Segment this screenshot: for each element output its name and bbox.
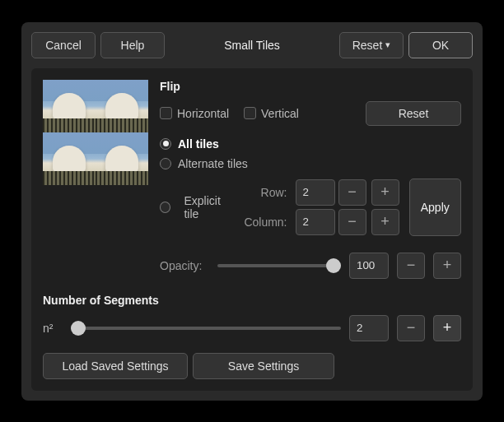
horizontal-label: Horizontal xyxy=(177,107,229,120)
column-input[interactable] xyxy=(296,209,335,235)
flip-reset-button[interactable]: Reset xyxy=(366,101,461,126)
flip-label: Flip xyxy=(160,80,461,93)
column-decrement-button[interactable]: − xyxy=(338,209,366,235)
preview-tile xyxy=(43,132,96,185)
preview-thumbnail xyxy=(43,80,148,185)
reset-dropdown-label: Reset xyxy=(352,39,383,52)
vertical-check-wrap[interactable]: Vertical xyxy=(244,107,299,120)
explicit-tile-radio[interactable] xyxy=(160,202,170,213)
row-label: Row: xyxy=(244,186,292,199)
apply-button[interactable]: Apply xyxy=(409,179,461,236)
opacity-row: Opacity: − + xyxy=(160,253,461,279)
opacity-increment-button[interactable]: + xyxy=(433,253,461,279)
save-settings-button[interactable]: Save Settings xyxy=(193,353,334,379)
row-input[interactable] xyxy=(296,179,335,206)
all-tiles-label: All tiles xyxy=(178,137,219,151)
reset-dropdown-button[interactable]: Reset ▾ xyxy=(339,32,404,58)
preview-tile xyxy=(43,80,96,132)
load-saved-settings-button[interactable]: Load Saved Settings xyxy=(43,353,188,379)
segments-input[interactable] xyxy=(349,315,389,341)
segments-label: Number of Segments xyxy=(43,294,461,307)
horizontal-checkbox[interactable] xyxy=(160,107,172,119)
flip-section: Flip Horizontal Vertical Reset Al xyxy=(160,80,461,279)
ok-button[interactable]: OK xyxy=(408,32,473,58)
column-label: Column: xyxy=(244,216,292,229)
row-increment-button[interactable]: + xyxy=(371,179,399,206)
alternate-tiles-radio-wrap[interactable]: Alternate tiles xyxy=(160,157,461,170)
flip-controls: Horizontal Vertical Reset xyxy=(160,101,461,126)
alternate-tiles-radio[interactable] xyxy=(160,158,171,169)
opacity-slider[interactable] xyxy=(217,257,341,274)
dialog-header: Cancel Help Small Tiles Reset ▾ OK xyxy=(31,32,473,58)
settings-panel: Flip Horizontal Vertical Reset Al xyxy=(31,68,473,391)
preview-tile xyxy=(96,132,148,185)
explicit-tile-label: Explicit tile xyxy=(184,194,236,220)
dialog-title: Small Tiles xyxy=(170,39,334,52)
small-tiles-dialog: Cancel Help Small Tiles Reset ▾ OK Flip … xyxy=(21,22,483,401)
all-tiles-radio[interactable] xyxy=(160,138,171,150)
opacity-label: Opacity: xyxy=(160,259,209,272)
opacity-input[interactable] xyxy=(349,253,389,279)
n-squared-label: n² xyxy=(43,322,63,335)
vertical-label: Vertical xyxy=(261,107,299,120)
row-decrement-button[interactable]: − xyxy=(338,179,366,206)
segments-section: Number of Segments n² − + xyxy=(43,294,461,341)
help-button[interactable]: Help xyxy=(100,32,165,58)
explicit-tile-radio-wrap[interactable]: Explicit tile xyxy=(160,194,236,220)
cancel-button[interactable]: Cancel xyxy=(31,32,96,58)
segments-increment-button[interactable]: + xyxy=(433,315,461,341)
flip-row: Flip Horizontal Vertical Reset Al xyxy=(43,80,461,279)
row-column-grid: Row: − + Column: − + xyxy=(244,179,400,235)
segments-track xyxy=(71,327,341,330)
horizontal-check-wrap[interactable]: Horizontal xyxy=(160,107,229,120)
preview-tile xyxy=(96,80,148,132)
segments-decrement-button[interactable]: − xyxy=(397,315,425,341)
vertical-checkbox[interactable] xyxy=(244,107,256,119)
chevron-down-icon: ▾ xyxy=(385,39,390,50)
column-increment-button[interactable]: + xyxy=(371,209,399,235)
footer-row: Load Saved Settings Save Settings xyxy=(43,353,461,379)
alternate-tiles-label: Alternate tiles xyxy=(178,157,248,170)
opacity-track xyxy=(217,264,341,267)
segments-row: n² − + xyxy=(43,315,461,341)
segments-thumb[interactable] xyxy=(71,321,86,336)
tile-mode-radio-group: All tiles Alternate tiles xyxy=(160,137,461,170)
segments-slider[interactable] xyxy=(71,320,341,336)
opacity-thumb[interactable] xyxy=(326,258,341,273)
all-tiles-radio-wrap[interactable]: All tiles xyxy=(160,137,461,151)
explicit-tile-row: Explicit tile Row: − + Column: − + Apply xyxy=(160,179,461,236)
opacity-decrement-button[interactable]: − xyxy=(397,253,425,279)
